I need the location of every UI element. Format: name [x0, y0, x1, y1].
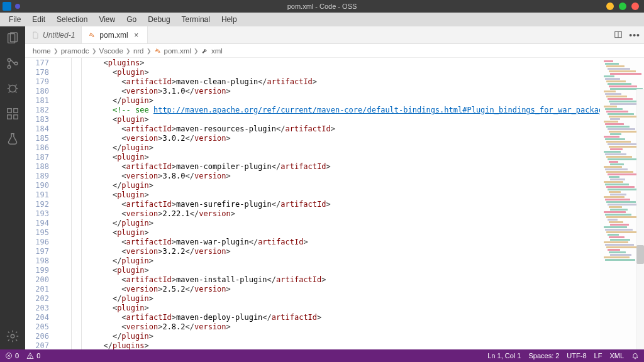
- code-line[interactable]: </plugin>: [94, 219, 600, 228]
- more-actions-icon[interactable]: •••: [629, 30, 640, 40]
- scrollbar-thumb[interactable]: [636, 245, 644, 264]
- split-editor-icon[interactable]: [614, 30, 623, 41]
- cursor-position[interactable]: Ln 1, Col 1: [487, 352, 521, 359]
- fold-column[interactable]: [55, 58, 94, 349]
- bell-icon[interactable]: [631, 352, 639, 359]
- code-line[interactable]: <artifactId>maven-deploy-plugin</artifac…: [94, 313, 600, 322]
- code-line[interactable]: </plugin>: [94, 256, 600, 266]
- menu-view[interactable]: View: [94, 14, 120, 25]
- minimap-line: [606, 141, 631, 143]
- code-line[interactable]: <version>3.1.0</version>: [94, 87, 600, 96]
- minimap-line: [608, 128, 635, 130]
- breadcrumb-pom.xml[interactable]: pom.xml: [154, 47, 191, 55]
- line-number: 189: [25, 172, 49, 181]
- code-line[interactable]: </plugins>: [94, 341, 600, 349]
- line-number: 205: [25, 322, 49, 332]
- code-line[interactable]: <plugin>: [94, 228, 600, 238]
- svg-point-5: [9, 85, 16, 92]
- breadcrumb-home[interactable]: home: [33, 47, 51, 55]
- code-line[interactable]: <version>3.8.0</version>: [94, 172, 600, 181]
- minimap-line: [606, 156, 632, 158]
- code-line[interactable]: </plugin>: [94, 332, 600, 341]
- minimap-line: [609, 70, 636, 72]
- svg-point-3: [8, 65, 11, 69]
- status-errors[interactable]: 0: [5, 352, 19, 359]
- indentation[interactable]: Spaces: 2: [528, 352, 559, 359]
- menu-file[interactable]: File: [4, 14, 26, 25]
- close-tab-icon[interactable]: ×: [132, 31, 141, 40]
- debug-icon[interactable]: [6, 82, 19, 96]
- source-control-icon[interactable]: [6, 57, 19, 70]
- xml-file-icon: [88, 31, 96, 39]
- encoding[interactable]: UTF-8: [567, 352, 586, 359]
- code-line[interactable]: <!-- see http://maven.apache.org/ref/cur…: [94, 106, 600, 115]
- breadcrumb-xml[interactable]: xml: [201, 47, 223, 55]
- close-window-button[interactable]: [631, 3, 639, 10]
- breadcrumb-Vscode[interactable]: Vscode: [99, 47, 123, 55]
- menu-go[interactable]: Go: [121, 14, 142, 25]
- code-line[interactable]: <plugin>: [94, 115, 600, 124]
- code-line[interactable]: <plugin>: [94, 266, 600, 275]
- menu-edit[interactable]: Edit: [27, 14, 50, 25]
- minimap-line: [609, 206, 622, 208]
- code-line[interactable]: <version>2.22.1</version>: [94, 209, 600, 219]
- minimap-line: [608, 83, 631, 85]
- minimap-line: [606, 126, 630, 128]
- status-warnings[interactable]: 0: [26, 352, 40, 359]
- minimap-line: [604, 136, 619, 138]
- test-icon[interactable]: [6, 132, 19, 146]
- minimap-line: [604, 181, 623, 183]
- tab-untitled-1[interactable]: Untitled-1: [25, 26, 82, 43]
- code-line[interactable]: <plugin>: [94, 190, 600, 200]
- code-line[interactable]: <plugin>: [94, 68, 600, 77]
- minimap-line: [604, 75, 614, 77]
- chevron-right-icon: ❯: [191, 48, 201, 54]
- code-line[interactable]: <artifactId>maven-clean-plugin</artifact…: [94, 77, 600, 87]
- language-mode[interactable]: XML: [609, 352, 624, 359]
- code-line[interactable]: <artifactId>maven-surefire-plugin</artif…: [94, 200, 600, 209]
- minimap-line: [609, 251, 626, 253]
- minimap-line: [604, 241, 628, 243]
- vertical-scrollbar[interactable]: [636, 89, 644, 349]
- eol[interactable]: LF: [594, 352, 602, 359]
- code-line[interactable]: <version>3.0.2</version>: [94, 134, 600, 143]
- code-line[interactable]: <version>2.8.2</version>: [94, 322, 600, 332]
- xml-file-icon: [154, 47, 162, 55]
- menu-debug[interactable]: Debug: [143, 14, 175, 25]
- decorative-dot-icon: [15, 4, 20, 9]
- breadcrumb-pramodc[interactable]: pramodc: [61, 47, 89, 55]
- code-line[interactable]: <artifactId>maven-compiler-plugin</artif…: [94, 162, 600, 172]
- line-number: 185: [25, 134, 49, 143]
- settings-icon[interactable]: [6, 329, 19, 343]
- minimize-button[interactable]: [606, 3, 614, 10]
- minimap-line: [606, 171, 633, 173]
- extensions-icon[interactable]: [6, 107, 19, 121]
- code-line[interactable]: </plugin>: [94, 294, 600, 304]
- code-editor[interactable]: <plugins> <plugin> <artifactId>maven-cle…: [94, 58, 600, 349]
- breadcrumbs[interactable]: home❯pramodc❯Vscode❯nrd❯pom.xml❯xml: [25, 44, 644, 58]
- menu-terminal[interactable]: Terminal: [177, 14, 215, 25]
- svg-point-10: [11, 334, 14, 338]
- code-line[interactable]: <version>3.2.2</version>: [94, 247, 600, 256]
- maximize-button[interactable]: [619, 3, 626, 10]
- code-line[interactable]: <plugins>: [94, 58, 600, 68]
- line-number: 193: [25, 209, 49, 219]
- code-line[interactable]: <version>2.5.2</version>: [94, 285, 600, 294]
- code-line[interactable]: </plugin>: [94, 181, 600, 190]
- breadcrumb-nrd[interactable]: nrd: [133, 47, 144, 55]
- code-line[interactable]: <artifactId>maven-resources-plugin</arti…: [94, 124, 600, 134]
- code-line[interactable]: <artifactId>maven-install-plugin</artifa…: [94, 275, 600, 285]
- menu-selection[interactable]: Selection: [52, 14, 92, 25]
- menu-help[interactable]: Help: [216, 14, 242, 25]
- code-line[interactable]: <artifactId>maven-war-plugin</artifactId…: [94, 238, 600, 247]
- explorer-icon[interactable]: [6, 31, 19, 45]
- minimap-line: [606, 231, 638, 233]
- code-line[interactable]: <plugin>: [94, 304, 600, 313]
- code-line[interactable]: </plugin>: [94, 143, 600, 153]
- code-line[interactable]: <plugin>: [94, 153, 600, 162]
- line-number: 186: [25, 143, 49, 153]
- minimap-line: [609, 161, 618, 163]
- tab-pom-xml[interactable]: pom.xml×: [82, 26, 147, 43]
- minimap-line: [605, 63, 619, 65]
- code-line[interactable]: </plugin>: [94, 96, 600, 106]
